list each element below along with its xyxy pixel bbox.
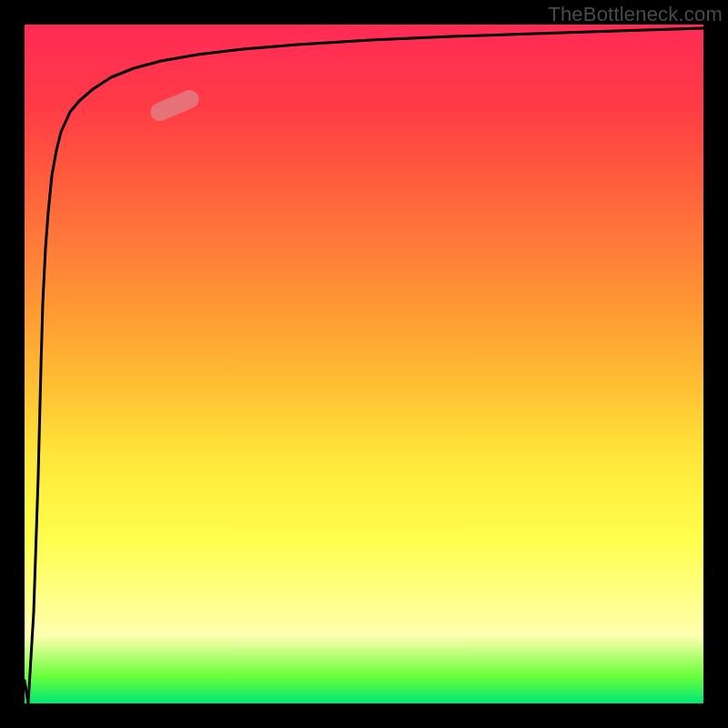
frame-bottom <box>0 703 728 728</box>
watermark-text: TheBottleneck.com <box>548 3 723 26</box>
frame-svg <box>0 0 728 728</box>
frame-left <box>0 0 25 728</box>
frame-right <box>703 0 728 728</box>
chart-container: TheBottleneck.com <box>0 0 728 728</box>
